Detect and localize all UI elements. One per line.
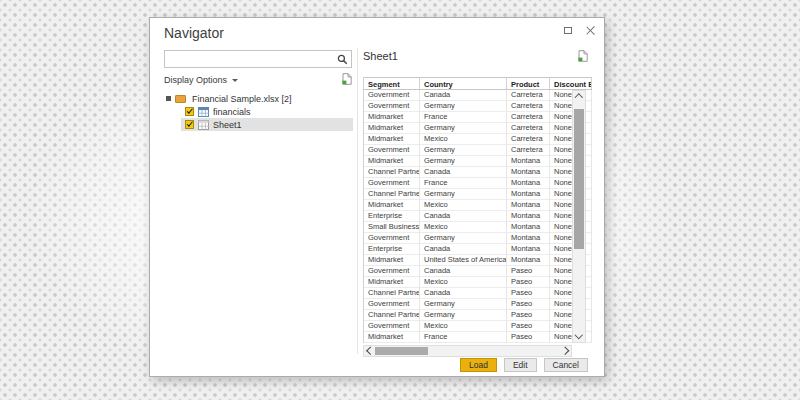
close-button[interactable]	[583, 23, 597, 37]
tree-item-sheet1[interactable]: Sheet1	[181, 118, 353, 131]
table-cell: Carretera	[507, 123, 550, 134]
maximize-icon	[564, 27, 572, 34]
table-cell: Channel Partners	[364, 167, 420, 178]
horizontal-scrollbar[interactable]	[363, 345, 572, 357]
table-cell: Montana	[507, 222, 550, 233]
tree-item-label: Sheet1	[213, 120, 242, 130]
navigator-left-pane: Display Options Financial Sample.xlsx [2…	[164, 48, 352, 131]
column-header: Segment	[364, 78, 420, 89]
refresh-document-icon[interactable]	[342, 73, 352, 87]
window-controls	[561, 23, 597, 37]
column-header: Discount Band	[550, 78, 592, 89]
table-cell: Germany	[420, 145, 507, 156]
preview-document-icon[interactable]	[578, 48, 588, 66]
table-cell: Mexico	[420, 277, 507, 288]
maximize-button[interactable]	[561, 23, 575, 37]
close-icon	[586, 26, 595, 35]
chevron-right-icon	[561, 347, 569, 355]
table-cell: Paseo	[507, 299, 550, 310]
table-cell: Enterprise	[364, 244, 420, 255]
column-header: Country	[420, 78, 507, 89]
table-cell: Channel Partners	[364, 310, 420, 321]
table-cell: Montana	[507, 255, 550, 266]
table-cell: Mexico	[420, 222, 507, 233]
financials-checkbox[interactable]	[185, 107, 194, 116]
table-row: Channel PartnersCanadaMontanaNone	[364, 167, 592, 178]
table-cell: Germany	[420, 123, 507, 134]
tree-item-label: financials	[213, 107, 251, 117]
dialog-title: Navigator	[164, 25, 224, 41]
table-cell: Midmarket	[364, 156, 420, 167]
table-cell: Government	[364, 178, 420, 189]
load-button[interactable]: Load	[460, 358, 497, 372]
table-cell: Government	[364, 90, 420, 101]
table-cell: Carretera	[507, 145, 550, 156]
edit-button[interactable]: Edit	[504, 358, 537, 372]
table-row: MidmarketMexicoCarreteraNone	[364, 134, 592, 145]
column-header: Product	[507, 78, 550, 89]
table-row: Channel PartnersGermanyPaseoNone	[364, 310, 592, 321]
table-row: MidmarketFrancePaseoNone	[364, 332, 592, 343]
table-cell: Germany	[420, 299, 507, 310]
table-cell: Germany	[420, 101, 507, 112]
table-cell: Canada	[420, 244, 507, 255]
table-cell: Mexico	[420, 134, 507, 145]
table-cell: Carretera	[507, 134, 550, 145]
tree-root-label: Financial Sample.xlsx [2]	[192, 94, 292, 104]
table-row: GovernmentCanadaPaseoNone	[364, 266, 592, 277]
table-cell: Government	[364, 299, 420, 310]
table-cell: Paseo	[507, 332, 550, 343]
pane-divider	[357, 48, 358, 354]
sheet1-checkbox[interactable]	[185, 120, 194, 129]
table-row: GovernmentGermanyPaseoNone	[364, 299, 592, 310]
search-icon[interactable]	[337, 51, 348, 69]
table-row: GovernmentMexicoPaseoNone	[364, 321, 592, 332]
scroll-right-button[interactable]	[560, 346, 571, 356]
table-cell: Montana	[507, 178, 550, 189]
table-cell: Channel Partners	[364, 288, 420, 299]
search-input[interactable]	[164, 50, 352, 68]
vertical-scrollbar[interactable]	[572, 90, 586, 343]
table-row: MidmarketMexicoMontanaNone	[364, 200, 592, 211]
scroll-up-button[interactable]	[573, 91, 585, 103]
tree-root-workbook[interactable]: Financial Sample.xlsx [2]	[164, 92, 352, 105]
vertical-scroll-thumb[interactable]	[574, 109, 584, 249]
table-cell: Montana	[507, 200, 550, 211]
table-row: MidmarketGermanyMontanaNone	[364, 156, 592, 167]
tree-item-financials[interactable]: financials	[181, 105, 353, 118]
table-cell: Carretera	[507, 112, 550, 123]
cancel-button[interactable]: Cancel	[544, 358, 588, 372]
worksheet-icon	[198, 120, 209, 130]
table-cell: Paseo	[507, 310, 550, 321]
table-cell: Carretera	[507, 90, 550, 101]
table-cell: Montana	[507, 167, 550, 178]
workbook-icon	[175, 95, 186, 103]
chevron-down-icon[interactable]	[232, 79, 238, 82]
table-cell: Montana	[507, 233, 550, 244]
scroll-left-button[interactable]	[364, 346, 375, 356]
table-cell: Canada	[420, 211, 507, 222]
preview-title: Sheet1	[363, 50, 398, 62]
table-cell: Germany	[420, 189, 507, 200]
chevron-down-icon	[575, 331, 583, 339]
scroll-down-button[interactable]	[573, 330, 585, 342]
chevron-up-icon	[575, 94, 583, 102]
table-cell: Montana	[507, 156, 550, 167]
table-cell: Canada	[420, 167, 507, 178]
horizontal-scroll-thumb[interactable]	[375, 347, 428, 355]
table-cell: Canada	[420, 90, 507, 101]
table-cell: France	[420, 332, 507, 343]
table-cell: Channel Partners	[364, 189, 420, 200]
expander-icon[interactable]	[166, 96, 171, 101]
table-row: GovernmentGermanyMontanaNone	[364, 233, 592, 244]
table-cell: Midmarket	[364, 134, 420, 145]
table-cell: Midmarket	[364, 200, 420, 211]
table-cell: Carretera	[507, 101, 550, 112]
display-options-dropdown[interactable]: Display Options	[164, 75, 227, 85]
table-cell: Midmarket	[364, 255, 420, 266]
table-cell: Midmarket	[364, 112, 420, 123]
table-cell: Mexico	[420, 321, 507, 332]
table-row: Channel PartnersCanadaPaseoNone	[364, 288, 592, 299]
table-cell: Government	[364, 233, 420, 244]
table-cell: Midmarket	[364, 277, 420, 288]
